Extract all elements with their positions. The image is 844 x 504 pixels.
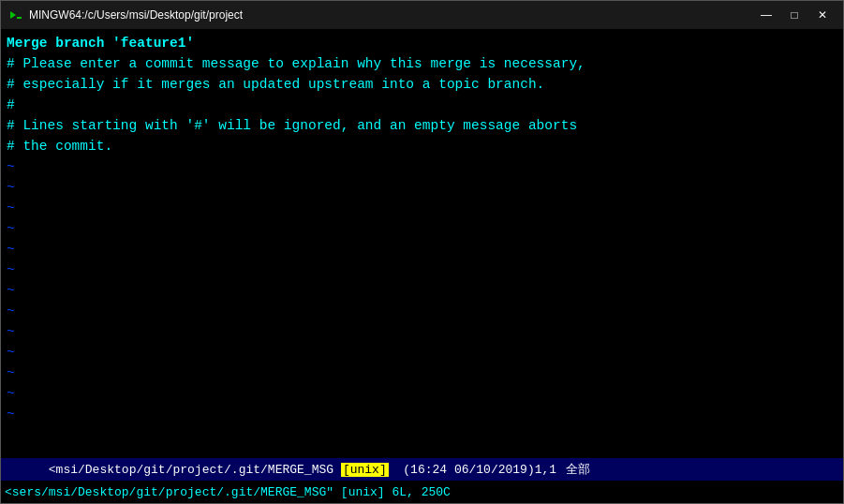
line-1: Merge branch 'feature1' [7,33,837,53]
status-all-label: 全部 [560,461,596,478]
status-position: (16:24 06/10/2019)1,1 [389,463,556,477]
editor-area: Merge branch 'feature1' # Please enter a… [1,29,843,458]
status-bottom-text: <sers/msi/Desktop/git/project/.git/MERGE… [5,485,451,499]
status-bar-top: <msi/Desktop/git/project/.git/MERGE_MSG … [1,458,843,481]
line-6: # the commit. [7,136,837,156]
status-bar-bottom: <sers/msi/Desktop/git/project/.git/MERGE… [1,481,843,503]
tilde-13: ~ [7,404,837,424]
terminal-icon [8,7,23,22]
window: MINGW64:/c/Users/msi/Desktop/git/project… [0,0,844,504]
line-2: # Please enter a commit message to expla… [7,53,837,74]
title-bar-left: MINGW64:/c/Users/msi/Desktop/git/project [8,7,243,22]
window-title: MINGW64:/c/Users/msi/Desktop/git/project [29,8,243,22]
maximize-button[interactable]: □ [781,6,807,24]
tilde-7: ~ [7,280,837,301]
tilde-11: ~ [7,363,837,383]
title-bar-controls: — □ ✕ [753,6,836,24]
close-button[interactable]: ✕ [809,6,836,24]
line-5: # Lines starting with '#' will be ignore… [7,115,837,136]
tilde-12: ~ [7,383,837,404]
tilde-6: ~ [7,259,837,280]
tilde-1: ~ [7,156,837,177]
svg-rect-2 [17,17,22,19]
tilde-2: ~ [7,177,837,198]
tilde-10: ~ [7,342,837,363]
line-3: # especially if it merges an updated ups… [7,74,837,95]
line-4: # [7,95,837,115]
minimize-button[interactable]: — [753,6,779,24]
title-bar: MINGW64:/c/Users/msi/Desktop/git/project… [1,1,843,29]
tilde-3: ~ [7,198,837,218]
tilde-5: ~ [7,239,837,259]
tilde-9: ~ [7,321,837,342]
status-filename-text: <msi/Desktop/git/project/.git/MERGE_MSG [49,463,341,477]
status-filetype: [unix] [341,463,389,477]
tilde-4: ~ [7,218,837,239]
tilde-8: ~ [7,301,837,321]
